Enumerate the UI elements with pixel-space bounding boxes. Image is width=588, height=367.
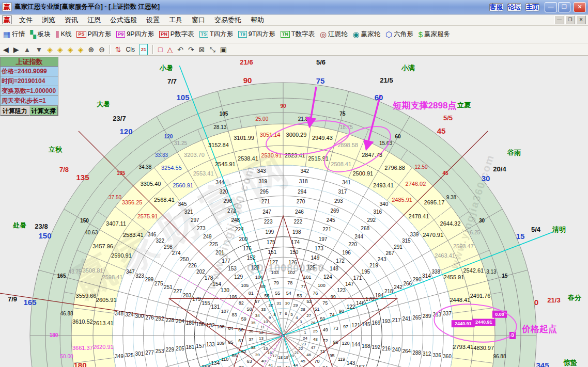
toolbar-9p-square[interactable]: P99P四方形 [116, 30, 154, 39]
toolbar-t-table[interactable]: TNT数字表 [281, 30, 315, 39]
menu-item-帮助[interactable]: 帮助 [246, 15, 269, 25]
toolbar-winner-wheel[interactable]: ◉赢家轮 [353, 30, 381, 39]
svg-text:241: 241 [402, 316, 411, 322]
svg-text:58: 58 [247, 307, 252, 312]
menu-item-窗口[interactable]: 窗口 [187, 15, 210, 25]
shrink-icon[interactable]: ⤡ [209, 44, 215, 55]
outer-label-5/5: 5/5 [443, 114, 453, 122]
svg-text:75: 75 [339, 111, 346, 117]
mdi-restore-button[interactable]: ❐ [565, 15, 575, 24]
p-table-icon: PN [159, 31, 169, 38]
calc-resistance-button[interactable]: 计算阻力 [1, 106, 29, 116]
svg-text:30: 30 [479, 218, 485, 224]
svg-text:291: 291 [394, 244, 403, 250]
svg-text:29: 29 [293, 303, 298, 308]
zoom-out-icon[interactable]: ⊖ [99, 44, 105, 55]
svg-text:274: 274 [172, 250, 181, 256]
minimize-button[interactable]: — [545, 2, 557, 12]
svg-text:3152.84: 3152.84 [208, 142, 229, 148]
titlebar-link-1[interactable]: 客服 [489, 3, 503, 11]
svg-text:173: 173 [315, 246, 323, 251]
svg-text:319: 319 [258, 179, 267, 184]
gann-wheel-chart[interactable]: 赢家财富网www.yingjia360.comwww.yingjia360.co… [0, 56, 588, 367]
screen-icon[interactable]: ▣ [220, 44, 227, 55]
svg-text:2508.41: 2508.41 [331, 161, 351, 167]
outer-label-小满: 小满 [401, 64, 415, 72]
menu-item-江恩[interactable]: 江恩 [83, 15, 105, 25]
titlebar-link-2[interactable]: 论坛 [507, 3, 521, 11]
svg-text:2478.41: 2478.41 [409, 213, 429, 219]
outer-label-谷雨: 谷雨 [507, 149, 521, 156]
svg-text:144: 144 [351, 342, 360, 347]
svg-text:105: 105 [241, 283, 249, 288]
svg-text:348: 348 [115, 311, 123, 316]
menu-item-工具[interactable]: 工具 [164, 15, 187, 25]
svg-text:147: 147 [345, 281, 354, 287]
cls-button[interactable]: Cls [126, 44, 135, 55]
toolbar-9t-square[interactable]: T99T四方形 [238, 30, 275, 39]
square-tool-icon[interactable]: □ [158, 44, 162, 55]
svg-text:97: 97 [343, 324, 348, 329]
toolbar-p-table[interactable]: PNP数字表 [159, 30, 194, 39]
arrow-left-icon[interactable]: ◀ [3, 44, 9, 55]
rotate-cw-icon[interactable]: ↷ [188, 44, 194, 55]
svg-text:84: 84 [228, 326, 234, 331]
rotate-ccw-icon[interactable]: ↶ [177, 44, 183, 55]
pointer-down-icon[interactable]: ▼ [35, 44, 42, 55]
svg-text:297: 297 [191, 217, 199, 223]
svg-text:19: 19 [284, 355, 288, 360]
mdi-minimize-button[interactable]: — [554, 15, 564, 24]
toolbar-label: 赢家服务 [424, 30, 450, 39]
menu-item-文件[interactable]: 文件 [14, 15, 37, 25]
zoom-in-icon[interactable]: ⊕ [88, 44, 94, 55]
svg-text:339: 339 [410, 232, 419, 237]
svg-text:179: 179 [192, 296, 201, 302]
svg-text:2695.17: 2695.17 [424, 199, 445, 205]
menu-item-公式选股[interactable]: 公式选股 [105, 15, 142, 25]
svg-text:360: 360 [443, 354, 452, 359]
toolbar-t-square[interactable]: TST四方形 [199, 30, 234, 39]
triangle-tool-icon[interactable]: △ [167, 44, 173, 55]
diamond-left-icon[interactable]: ◈ [47, 44, 53, 55]
diamond-down-icon[interactable]: ◈ [78, 44, 84, 55]
pointer-up-icon[interactable]: ▲ [24, 44, 31, 55]
toolbar-service[interactable]: $赢家服务 [419, 30, 450, 39]
panel-row-1: 价格=2440.9099 [1, 67, 58, 76]
outer-label-春分: 春分 [567, 294, 582, 301]
delete-box-icon[interactable]: ⊠ [199, 44, 205, 55]
maximize-button[interactable]: ❐ [558, 2, 570, 12]
diamond-up-icon[interactable]: ◈ [68, 44, 73, 55]
svg-text:85: 85 [228, 340, 234, 345]
svg-text:2746.02: 2746.02 [406, 181, 426, 187]
menu-item-设置[interactable]: 设置 [142, 15, 164, 25]
titlebar-link-3[interactable]: 主页 [525, 3, 539, 11]
toolbar-kline[interactable]: ⫼K线 [56, 30, 72, 39]
toolbar-blocks[interactable]: ▚板块 [30, 30, 51, 39]
menu-item-资讯[interactable]: 资讯 [60, 15, 83, 25]
menu-item-浏览[interactable]: 浏览 [37, 15, 60, 25]
arrow-right-icon[interactable]: ▶ [13, 44, 19, 55]
menu-item-交易委托[interactable]: 交易委托 [210, 15, 246, 25]
svg-text:78: 78 [287, 280, 292, 285]
svg-text:203: 203 [183, 293, 192, 298]
svg-text:105: 105 [220, 111, 228, 117]
svg-text:247: 247 [262, 209, 271, 215]
svg-text:265: 265 [412, 315, 421, 321]
svg-text:123: 123 [337, 288, 346, 293]
svg-text:320: 320 [220, 189, 228, 195]
toolbar-gann-wheel[interactable]: ◎江恩轮 [320, 30, 348, 39]
svg-text:50.00: 50.00 [60, 354, 73, 359]
diamond-right-icon[interactable]: ◈ [57, 44, 63, 55]
toolbar-quotes-grid[interactable]: ▦行情 [3, 30, 25, 39]
calendar-icon[interactable]: 21 [140, 44, 148, 55]
svg-text:2620.91: 2620.91 [93, 344, 114, 350]
updown-icon[interactable]: ⇅ [115, 44, 121, 55]
calc-support-button[interactable]: 计算支撑 [29, 106, 58, 116]
svg-text:131: 131 [211, 304, 220, 310]
svg-text:157: 157 [196, 343, 205, 349]
toolbar-hexagon[interactable]: ⬡六角形 [385, 30, 413, 39]
toolbar-p-square[interactable]: PSP四方形 [76, 30, 111, 39]
svg-text:272: 272 [227, 208, 236, 214]
mdi-close-button[interactable]: ✕ [576, 15, 586, 24]
close-button[interactable]: ✕ [574, 2, 586, 12]
